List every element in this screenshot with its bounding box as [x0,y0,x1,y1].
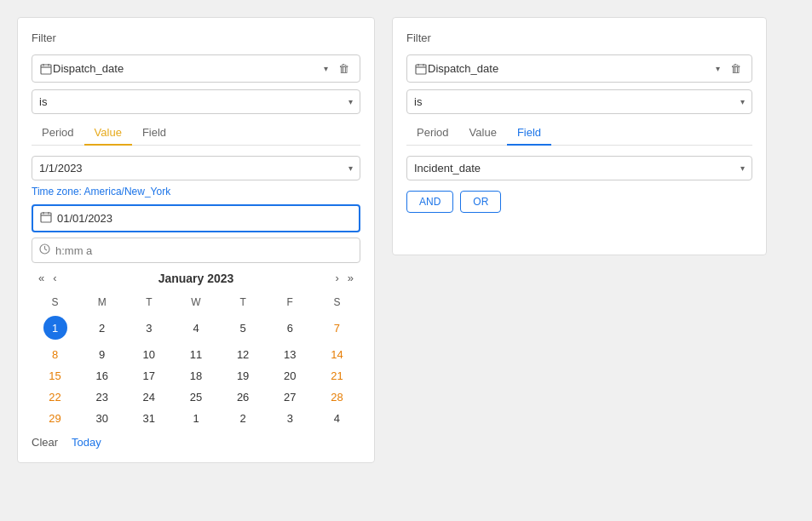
and-or-row: AND OR [406,191,752,213]
cal-week-row-3: 22232425262728 [32,386,360,408]
timezone-label: Time zone: [32,186,84,198]
cal-day-2-3[interactable]: 18 [172,365,219,386]
left-operator-select[interactable]: is ▾ [32,89,360,114]
cal-day-4-5[interactable]: 3 [267,408,314,429]
cal-double-prev-btn[interactable]: « [35,270,48,286]
left-field-selector[interactable]: Dispatch_date ▾ 🗑 [32,54,360,83]
right-delete-icon[interactable]: 🗑 [727,60,745,77]
cal-day-0-5[interactable]: 6 [267,312,314,344]
date-input-field[interactable] [57,212,352,225]
cal-day-2-5[interactable]: 20 [267,365,314,386]
left-delete-icon[interactable]: 🗑 [335,60,353,77]
calendar-footer: Clear Today [32,429,360,449]
cal-day-1-6[interactable]: 14 [314,344,360,365]
right-field-icons: ▾ 🗑 [716,60,745,77]
left-date-dropdown[interactable]: 1/1/2023 ▾ [32,156,360,180]
cal-day-1-4[interactable]: 12 [220,344,267,365]
cal-next-group: › » [331,270,357,286]
cal-prev-btn[interactable]: ‹ [49,270,60,286]
cal-day-2-2[interactable]: 17 [125,365,172,386]
cal-day-0-1[interactable]: 2 [78,312,125,344]
cal-day-1-0[interactable]: 8 [32,344,78,365]
left-time-input-wrapper[interactable] [32,238,360,263]
time-input-field[interactable] [55,244,353,257]
cal-day-0-0[interactable]: 1 [32,312,78,344]
calendar-header: « ‹ January 2023 › » [32,270,360,286]
cal-day-1-2[interactable]: 10 [125,344,172,365]
cal-double-next-btn[interactable]: » [344,270,357,286]
tab-period-left[interactable]: Period [32,121,84,146]
tab-field-left[interactable]: Field [132,121,176,146]
cal-header-fri: F [267,293,314,312]
svg-line-10 [45,249,48,251]
cal-week-row-1: 891011121314 [32,344,360,365]
cal-header-wed: W [172,293,219,312]
cal-day-1-1[interactable]: 9 [78,344,125,365]
cal-day-1-3[interactable]: 11 [172,344,219,365]
tab-period-right[interactable]: Period [406,121,459,146]
cal-day-1-5[interactable]: 13 [267,344,314,365]
cal-header-sat: S [314,293,360,312]
cal-next-btn[interactable]: › [331,270,342,286]
cal-day-3-1[interactable]: 23 [78,386,125,408]
cal-day-0-4[interactable]: 5 [220,312,267,344]
left-date-input-wrapper[interactable] [32,204,360,232]
cal-day-4-6[interactable]: 4 [314,408,360,429]
cal-day-3-4[interactable]: 26 [220,386,267,408]
svg-rect-11 [416,65,426,74]
cal-clear-btn[interactable]: Clear [32,436,58,449]
or-button[interactable]: OR [460,191,501,213]
right-field-dropdown[interactable]: Incident_date ▾ [406,156,752,180]
cal-day-4-4[interactable]: 2 [220,408,267,429]
cal-day-4-2[interactable]: 31 [125,408,172,429]
left-date-chevron-icon: ▾ [348,163,353,173]
cal-day-2-6[interactable]: 21 [314,365,360,386]
cal-day-3-6[interactable]: 28 [314,386,360,408]
tab-field-right[interactable]: Field [507,121,551,146]
cal-header-sun: S [32,293,78,312]
cal-header-tue: T [125,293,172,312]
left-field-chevron-icon: ▾ [324,64,328,73]
cal-day-4-1[interactable]: 30 [78,408,125,429]
left-tabs: Period Value Field [32,121,360,146]
cal-header-thu: T [220,293,267,312]
cal-week-row-4: 2930311234 [32,408,360,429]
svg-rect-0 [41,65,51,74]
right-tabs: Period Value Field [406,121,752,146]
left-field-icons: ▾ 🗑 [324,60,353,77]
cal-day-4-0[interactable]: 29 [32,408,78,429]
left-field-name: Dispatch_date [53,62,324,75]
cal-day-0-3[interactable]: 4 [172,312,219,344]
left-operator-value: is [39,95,348,108]
calendar-body: 1234567891011121314151617181920212223242… [32,312,360,429]
left-date-dropdown-value: 1/1/2023 [39,162,348,175]
left-operator-chevron-icon: ▾ [348,97,353,106]
cal-prev-group: « ‹ [35,270,60,286]
right-field-selector[interactable]: Dispatch_date ▾ 🗑 [406,54,752,83]
right-field-dropdown-value: Incident_date [414,162,740,175]
cal-day-0-2[interactable]: 3 [125,312,172,344]
left-filter-title: Filter [32,31,360,44]
cal-today-btn[interactable]: Today [72,436,101,449]
cal-day-3-0[interactable]: 22 [32,386,78,408]
calendar-icon [39,62,53,76]
cal-day-3-5[interactable]: 27 [267,386,314,408]
cal-day-0-6[interactable]: 7 [314,312,360,344]
tab-value-left[interactable]: Value [84,121,132,146]
left-filter-panel: Filter Dispatch_date ▾ 🗑 is ▾ Period Val… [17,17,375,463]
cal-day-2-0[interactable]: 15 [32,365,78,386]
and-button[interactable]: AND [406,191,453,213]
cal-day-3-2[interactable]: 24 [125,386,172,408]
right-operator-chevron-icon: ▾ [740,97,745,106]
cal-day-2-4[interactable]: 19 [220,365,267,386]
svg-rect-4 [41,213,51,222]
tab-value-right[interactable]: Value [459,121,507,146]
date-input-cal-icon [40,211,52,226]
right-operator-select[interactable]: is ▾ [406,89,752,114]
calendar: « ‹ January 2023 › » S M T W T F S [32,270,360,449]
clock-icon [39,243,50,257]
cal-day-3-3[interactable]: 25 [172,386,219,408]
cal-day-2-1[interactable]: 16 [78,365,125,386]
cal-day-4-3[interactable]: 1 [172,408,219,429]
right-field-dropdown-chevron-icon: ▾ [740,163,745,173]
